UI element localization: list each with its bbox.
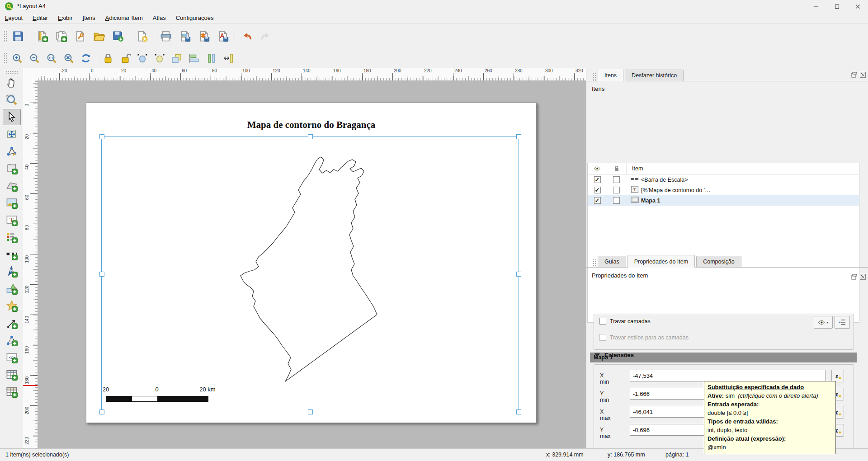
item-visibility-checkbox[interactable]: ✓ [594,187,601,193]
extents-section-header[interactable]: Extensões [594,352,634,358]
item-visibility-checkbox[interactable]: ✓ [594,197,601,204]
map-item-selection-frame[interactable] [101,136,519,412]
lock-layers-checkbox[interactable] [599,318,606,325]
add-3d-map-tool-button[interactable] [3,178,21,194]
selection-handle[interactable] [516,272,521,277]
lock-items-button[interactable] [99,51,117,66]
zoom-full-button[interactable] [60,51,77,66]
item-row[interactable]: ✓<Barra de Escala> [588,174,859,185]
maximize-button[interactable] [826,0,847,13]
move-content-tool-button[interactable] [3,126,21,142]
close-panel-icon[interactable] [860,274,866,280]
item-lock-checkbox[interactable] [613,197,620,204]
menu-itens[interactable]: Itens [78,13,100,23]
add-arrow-tool-button[interactable] [3,315,21,331]
save-button[interactable] [9,27,28,45]
unlock-items-button[interactable] [117,51,134,66]
item-lock-checkbox[interactable] [613,187,620,193]
selection-handle[interactable] [308,409,313,414]
export-svg-button[interactable]: ✱ [194,27,213,45]
raise-items-button[interactable] [168,51,185,66]
zoom-in-button[interactable] [9,51,26,66]
zoom-out-icon [29,53,40,64]
layout-canvas[interactable]: Mapa de contorno do Bragança 20 0 20 km [38,80,586,448]
menu-exibir[interactable]: Exibir [53,13,78,23]
align-items-button[interactable] [185,51,203,66]
layout-manager-button[interactable] [71,27,90,45]
add-legend-tool-button[interactable] [3,229,21,245]
tab-propriedades-do-item[interactable]: Propriedades do Item [627,255,695,268]
add-label-tool-button[interactable]: T [3,212,21,228]
add-marker-tool-button[interactable] [3,298,21,314]
add-map-tool-button[interactable] [3,160,21,177]
add-scalebar-tool-button[interactable] [3,246,21,263]
selection-handle[interactable] [99,134,104,139]
float-panel-icon[interactable] [851,72,857,78]
menu-atlas[interactable]: Atlas [148,13,171,23]
new-layout-button[interactable] [33,27,52,45]
duplicate-layout-button[interactable] [52,27,71,45]
close-panel-icon[interactable] [860,72,866,78]
edit-nodes-tool-button[interactable] [3,143,21,160]
close-button[interactable] [847,0,868,13]
add-north-arrow-tool-button[interactable]: N [3,263,21,280]
selection-handle[interactable] [516,409,521,414]
minimize-button[interactable] [806,0,826,13]
tab-desfazer-hist-rico[interactable]: Desfazer histórico [625,70,684,81]
add-pages-button[interactable]: ★ [132,27,151,45]
float-panel-icon[interactable] [851,274,857,280]
tab-composi-o[interactable]: Composição [696,256,741,267]
layer-list-button[interactable] [835,316,850,329]
zoom-out-button[interactable] [26,51,43,66]
undo-button[interactable] [237,27,256,45]
menu-editar[interactable]: Editar [28,13,53,23]
distribute-items-button[interactable] [203,51,220,66]
lock-styles-checkbox[interactable] [599,334,606,341]
x-min-input[interactable] [630,370,826,381]
add-node-item-tool-button[interactable] [3,332,21,348]
select-tool-button[interactable] [3,109,21,125]
zoom-actual-button[interactable]: 1:1 [43,51,60,66]
menu-adicionar-item[interactable]: Adicionar Item [100,13,148,23]
item-row[interactable]: ✓Mapa 1 [588,195,859,206]
layout-page[interactable]: Mapa de contorno do Bragança 20 0 20 km [86,103,537,423]
data-defined-override-button[interactable]: ε [831,370,844,382]
resize-items-button[interactable] [220,51,237,66]
export-pdf-button[interactable]: A [213,27,232,45]
scalebar-item[interactable] [106,396,208,402]
add-attribute-table-tool-button[interactable] [3,367,21,383]
add-picture-tool-button[interactable] [3,195,21,211]
tab-handle[interactable] [593,259,596,267]
add-fixed-table-tool-button[interactable] [3,384,21,400]
export-image-button[interactable] [175,27,194,45]
save-template-button[interactable] [108,27,127,45]
redo-button[interactable] [256,27,275,45]
tab-handle[interactable] [593,73,596,81]
add-shape-tool-button[interactable] [3,281,21,297]
toolbar-handle[interactable] [4,52,7,64]
group-items-button[interactable] [134,51,151,66]
selection-handle[interactable] [99,272,104,277]
print-button[interactable] [156,27,175,45]
menu-configura-es[interactable]: Configurações [171,13,219,23]
item-visibility-checkbox[interactable]: ✓ [594,176,601,183]
open-template-button[interactable] [90,27,108,45]
ungroup-items-button[interactable] [151,51,168,66]
zoom-tool-tool-button[interactable] [3,92,21,108]
toolbar-handle[interactable] [4,30,7,42]
map-title-item[interactable]: Mapa de contorno do Bragança [86,119,536,131]
selection-handle[interactable] [516,134,521,139]
menu-layout[interactable]: Layout [0,13,28,23]
tab-guias[interactable]: Guias [598,256,626,267]
refresh-view-button[interactable] [77,51,94,66]
selection-handle[interactable] [308,134,313,139]
add-html-tool-button[interactable]: </> [3,349,21,366]
item-row[interactable]: ✓T[%'Mapa de contorno do '… [588,185,859,195]
visibility-preset-button[interactable]: ▾ [814,316,833,329]
pan-tool-button[interactable] [3,75,21,91]
tab-itens[interactable]: Itens [598,69,623,81]
item-lock-checkbox[interactable] [613,176,620,183]
toolbox-handle[interactable] [6,71,18,74]
selection-handle[interactable] [99,409,104,414]
ruler-label: 120 [24,286,29,293]
